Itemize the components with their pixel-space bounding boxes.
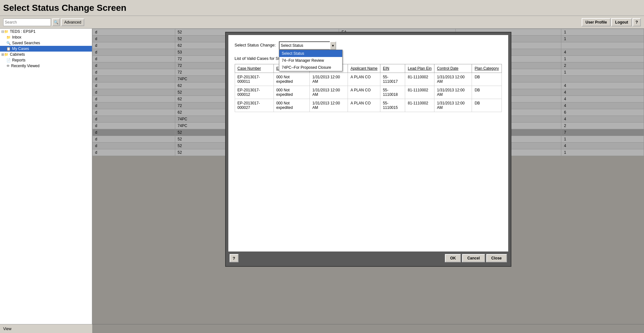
dropdown-option-select[interactable]: Select Status [279, 50, 342, 57]
reports-icon: 📄 [6, 58, 11, 62]
modal-ok-button[interactable]: OK [445, 254, 461, 262]
valid-cases-label: List of Valid Cases for Status Change [235, 56, 502, 61]
sidebar-item-root[interactable]: ⊟📁 TEDS : EPSP1 [0, 29, 92, 34]
sidebar-item-my-cases[interactable]: 📋 My Cases [0, 46, 92, 52]
modal-cancel-button[interactable]: Cancel [462, 254, 485, 262]
search-input[interactable] [3, 18, 51, 26]
col-header-control-date: Control Date [434, 64, 472, 73]
dropdown-option-74[interactable]: 74--For Manager Review [279, 57, 342, 64]
modal-inner: Select Status Change: ▼ Select Status 74… [228, 35, 508, 252]
sidebar-saved-searches-label: Saved Searches [12, 41, 40, 45]
select-status-dropdown-wrapper: ▼ Select Status 74--For Manager Review 7… [279, 41, 336, 50]
modal-dialog: Select Status Change: ▼ Select Status 74… [225, 32, 511, 267]
top-bar: Select Status Change Screen [0, 0, 644, 16]
sidebar-recently-viewed-label: Recently Viewed [11, 64, 39, 68]
col-header-ein: EIN [380, 64, 405, 73]
sidebar-cabinets-label: Cabinets [10, 52, 25, 57]
dropdown-arrow[interactable]: ▼ [330, 41, 336, 50]
col-header-plan-category: Plan Category [472, 64, 502, 73]
logout-button[interactable]: Logout [611, 18, 632, 26]
sidebar-my-cases-label: My Cases [12, 46, 29, 51]
root-icon: ⊟📁 [1, 30, 9, 34]
sidebar-item-cabinets[interactable]: ⊞📁 Cabinets [0, 52, 92, 57]
main-content: ⊟📁 TEDS : EPSP1 📁 Inbox 🔍 Saved Searches… [0, 29, 644, 333]
dropdown-menu: Select Status 74--For Manager Review 74P… [279, 50, 343, 71]
status-label: View [3, 327, 11, 331]
header-bar: 🔍 Advanced User Profile Logout ? [0, 16, 644, 29]
cases-table-row: EP-2013017-000011000 Not expedited1/31/2… [235, 73, 502, 86]
select-status-change-label: Select Status Change: [235, 41, 276, 47]
dropdown-option-74pc[interactable]: 74PC--For Proposed Closure [279, 64, 342, 71]
col-header-applicant-name: Applicant Name [348, 64, 380, 73]
sidebar-item-reports[interactable]: 📄 Reports [0, 57, 92, 63]
help-button[interactable]: ? [633, 18, 641, 26]
search-area: 🔍 Advanced [3, 18, 84, 26]
col-header-case-number: Case Number [235, 64, 274, 73]
modal-overlay: Select Status Change: ▼ Select Status 74… [92, 29, 644, 333]
cases-table-header-row: Case Number Expedite Reason Received Dat… [235, 64, 502, 73]
sidebar-root-label: TEDS : EPSP1 [10, 29, 36, 34]
col-header-lead-plan-ein: Lead Plan Ein [405, 64, 434, 73]
my-cases-icon: 📋 [6, 47, 11, 51]
cases-table: Case Number Expedite Reason Received Dat… [235, 64, 502, 112]
sidebar-item-inbox[interactable]: 📁 Inbox [0, 34, 92, 40]
cases-table-row: EP-2013017-000027000 Not expedited1/31/2… [235, 99, 502, 112]
page-title: Select Status Change Screen [3, 3, 126, 13]
sidebar: ⊟📁 TEDS : EPSP1 📁 Inbox 🔍 Saved Searches… [0, 29, 92, 333]
select-status-row: Select Status Change: ▼ Select Status 74… [235, 41, 502, 50]
saved-searches-icon: 🔍 [6, 41, 11, 45]
cabinets-icon: ⊞📁 [1, 53, 9, 57]
sidebar-reports-label: Reports [12, 58, 25, 62]
sidebar-item-recently-viewed[interactable]: 👁 Recently Viewed [0, 63, 92, 69]
sidebar-inbox-label: Inbox [12, 35, 21, 39]
user-profile-button[interactable]: User Profile [582, 18, 611, 26]
advanced-button[interactable]: Advanced [61, 18, 84, 26]
right-panel-wrapper: d52EA1d52EA1d62EAd53EA4d72EA1d72EA2d72RI… [92, 29, 644, 333]
recently-viewed-icon: 👁 [6, 64, 10, 68]
select-status-input[interactable] [279, 41, 336, 50]
modal-help-button[interactable]: ? [230, 254, 239, 262]
inbox-icon: 📁 [6, 35, 11, 39]
search-button[interactable]: 🔍 [52, 18, 60, 26]
sidebar-item-saved-searches[interactable]: 🔍 Saved Searches [0, 40, 92, 46]
modal-close-button[interactable]: Close [486, 254, 507, 262]
modal-footer: ? OK Cancel Close [228, 252, 508, 264]
top-right-buttons: User Profile Logout ? [582, 18, 641, 26]
cases-table-row: EP-2013017-000012000 Not expedited1/31/2… [235, 86, 502, 99]
